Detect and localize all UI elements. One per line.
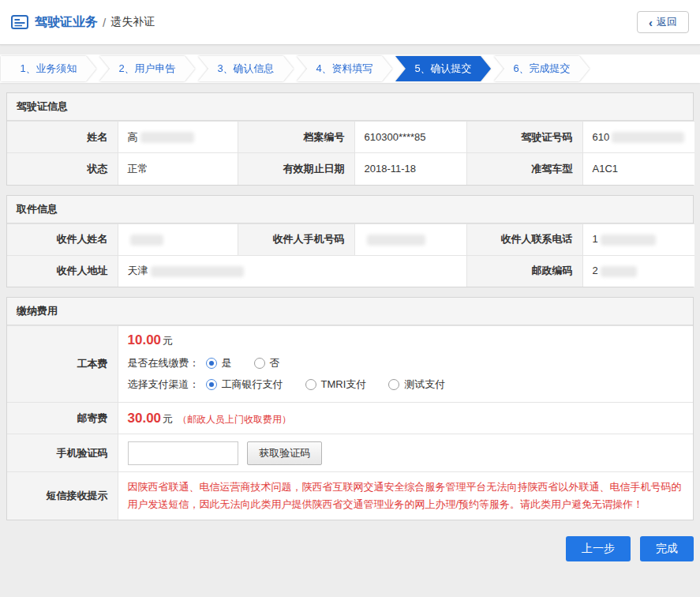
step-nav: 1、业务须知 2、用户申告 3、确认信息 4、资料填写 5、确认提交 6、完成提…: [0, 54, 700, 83]
pay-channel-row: 选择支付渠道： 工商银行支付 TMRI支付 测试支付: [128, 377, 684, 392]
sms-code-cell: 获取验证码: [118, 434, 693, 472]
breadcrumb-current: 遗失补证: [110, 15, 155, 29]
breadcrumb: 驾驶证业务 / 遗失补证: [11, 14, 155, 31]
radio-channel-tmri-label: TMRI支付: [321, 377, 367, 392]
radio-channel-icbc[interactable]: 工商银行支付: [206, 377, 283, 392]
step-4-fill-data[interactable]: 4、资料填写: [297, 56, 392, 81]
field-label-file-number: 档案编号: [238, 122, 354, 153]
step-1-business-notice[interactable]: 1、业务须知: [1, 56, 96, 81]
topbar: 驾驶证业务 / 遗失补证 ‹ 返回: [0, 0, 700, 45]
radio-online-no[interactable]: 否: [254, 356, 280, 370]
field-value-valid-until: 2018-11-18: [354, 153, 466, 185]
field-value-recipient-name: [118, 223, 238, 255]
fees-table: 工本费 10.00 元 是否在线缴费： 是 否: [7, 325, 693, 520]
step-5-confirm-submit[interactable]: 5、确认提交: [395, 56, 491, 81]
table-row: 状态 正常 有效期止日期 2018-11-18 准驾车型 A1C1: [7, 153, 694, 185]
table-row: 工本费 10.00 元 是否在线缴费： 是 否: [7, 326, 693, 403]
redaction-smudge: [601, 235, 656, 246]
field-value-recipient-mobile: [354, 223, 466, 255]
field-label-recipient-mobile: 收件人手机号码: [238, 223, 354, 255]
fees-section: 缴纳费用 工本费 10.00 元 是否在线缴费： 是: [6, 297, 694, 520]
finish-button[interactable]: 完成: [640, 536, 694, 561]
field-value-postal-code: 2: [582, 255, 694, 287]
back-button[interactable]: ‹ 返回: [637, 11, 689, 33]
postage-fee-unit: 元: [163, 413, 173, 425]
radio-unchecked-icon: [388, 379, 399, 390]
sms-notice-label: 短信接收提示: [7, 472, 118, 520]
radio-checked-icon: [206, 358, 217, 369]
sms-code-input[interactable]: [128, 441, 238, 465]
step-6-complete-submit[interactable]: 6、完成提交: [494, 56, 590, 81]
get-code-button[interactable]: 获取验证码: [247, 441, 322, 465]
sms-notice-text: 因陕西省联通、电信运营商技术问题，陕西省互联网交通安全综合服务管理平台无法向持陕…: [128, 475, 684, 516]
field-label-status: 状态: [7, 153, 118, 185]
field-value-status: 正常: [118, 153, 238, 185]
field-label-vehicle-class: 准驾车型: [466, 153, 582, 185]
field-value-license-number: 610: [582, 122, 694, 153]
back-button-label: 返回: [657, 15, 677, 29]
production-fee-amount-line: 10.00 元: [128, 332, 684, 348]
redaction-smudge: [140, 132, 194, 143]
redaction-smudge: [612, 132, 684, 143]
redaction-smudge: [367, 235, 425, 246]
step-3-confirm-info[interactable]: 3、确认信息: [198, 56, 294, 81]
online-pay-question-row: 是否在线缴费： 是 否: [128, 356, 684, 370]
table-row: 收件人姓名 收件人手机号码 收件人联系电话 1: [7, 223, 694, 255]
field-label-valid-until: 有效期止日期: [238, 153, 354, 185]
field-label-name: 姓名: [7, 122, 118, 153]
redaction-smudge: [130, 235, 163, 246]
table-row: 短信接收提示 因陕西省联通、电信运营商技术问题，陕西省互联网交通安全综合服务管理…: [7, 472, 693, 520]
radio-online-no-label: 否: [270, 356, 280, 370]
prev-step-button[interactable]: 上一步: [566, 536, 631, 561]
radio-unchecked-icon: [305, 379, 316, 390]
section-title-license: 驾驶证信息: [7, 93, 693, 121]
radio-channel-tmri[interactable]: TMRI支付: [305, 377, 367, 392]
footer-actions: 上一步 完成: [6, 536, 694, 561]
redaction-smudge: [601, 266, 637, 277]
sms-code-label: 手机验证码: [7, 434, 118, 472]
production-fee-cell: 10.00 元 是否在线缴费： 是 否 选择支付渠道：: [118, 326, 693, 403]
step-2-user-declaration[interactable]: 2、用户申告: [99, 56, 195, 81]
field-label-license-number: 驾驶证号码: [466, 122, 582, 153]
section-title-pickup: 取件信息: [7, 196, 693, 223]
radio-online-yes[interactable]: 是: [206, 356, 232, 370]
production-fee-unit: 元: [163, 334, 173, 348]
radio-channel-test[interactable]: 测试支付: [388, 377, 445, 392]
field-value-recipient-address: 天津: [118, 255, 466, 287]
field-value-file-number: 610300****85: [354, 122, 466, 153]
pickup-info-section: 取件信息 收件人姓名 收件人手机号码 收件人联系电话 1 收件人地址 天津: [6, 195, 694, 288]
redaction-smudge: [151, 266, 244, 277]
chevron-left-icon: ‹: [649, 17, 653, 28]
postage-fee-cell: 30.00元（邮政人员上门收取费用）: [118, 403, 693, 434]
postage-fee-note: （邮政人员上门收取费用）: [178, 414, 291, 425]
production-fee-label: 工本费: [7, 326, 118, 403]
radio-channel-icbc-label: 工商银行支付: [222, 377, 283, 392]
license-info-section: 驾驶证信息 姓名 高 档案编号 610300****85 驾驶证号码 610 状…: [6, 92, 694, 186]
radio-unchecked-icon: [254, 358, 265, 369]
table-row: 手机验证码 获取验证码: [7, 434, 693, 472]
section-title-fees: 缴纳费用: [7, 298, 693, 325]
radio-online-yes-label: 是: [222, 356, 232, 370]
license-info-table: 姓名 高 档案编号 610300****85 驾驶证号码 610 状态 正常 有…: [7, 121, 694, 185]
field-value-name: 高: [118, 122, 238, 153]
pickup-info-table: 收件人姓名 收件人手机号码 收件人联系电话 1 收件人地址 天津 邮政编码 2: [7, 223, 694, 287]
production-fee-amount: 10.00: [128, 332, 162, 348]
radio-channel-test-label: 测试支付: [404, 377, 445, 392]
pay-channel-question: 选择支付渠道：: [128, 377, 200, 392]
table-row: 邮寄费 30.00元（邮政人员上门收取费用）: [7, 403, 693, 434]
field-value-recipient-phone: 1: [582, 223, 694, 255]
postage-fee-amount: 30.00: [128, 411, 162, 426]
field-label-recipient-name: 收件人姓名: [7, 223, 118, 255]
field-label-recipient-phone: 收件人联系电话: [466, 223, 582, 255]
field-value-vehicle-class: A1C1: [582, 153, 694, 185]
sms-notice-cell: 因陕西省联通、电信运营商技术问题，陕西省互联网交通安全综合服务管理平台无法向持陕…: [118, 472, 693, 520]
online-pay-question: 是否在线缴费：: [128, 356, 200, 370]
page-title: 驾驶证业务: [35, 14, 98, 31]
breadcrumb-divider: /: [103, 16, 106, 29]
radio-checked-icon: [206, 379, 217, 390]
field-label-recipient-address: 收件人地址: [7, 255, 118, 287]
table-row: 姓名 高 档案编号 610300****85 驾驶证号码 610: [7, 122, 694, 153]
field-label-postal-code: 邮政编码: [466, 255, 582, 287]
postage-fee-label: 邮寄费: [7, 403, 118, 434]
table-row: 收件人地址 天津 邮政编码 2: [7, 255, 694, 287]
